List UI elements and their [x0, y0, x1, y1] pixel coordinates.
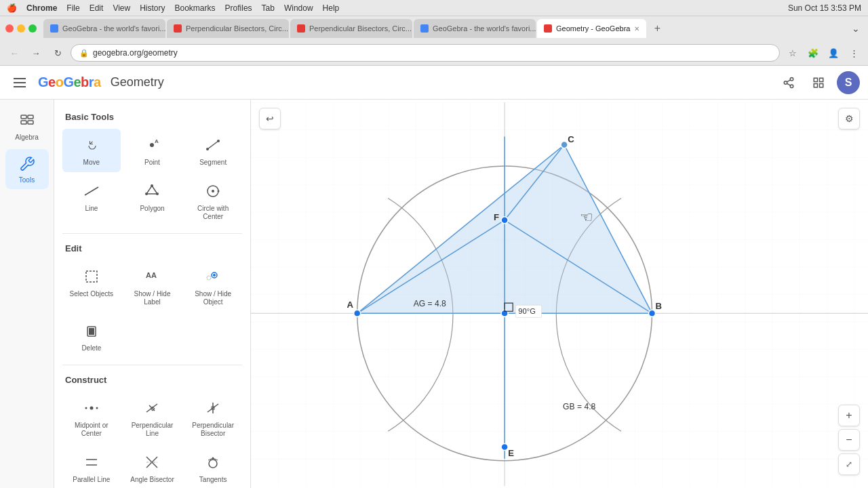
canvas-area[interactable]: ↩ ⚙ + − ⤢ [251, 100, 868, 488]
chrome-menu[interactable]: Chrome [26, 3, 57, 13]
file-menu[interactable]: File [66, 3, 79, 13]
svg-point-35 [90, 407, 93, 410]
show-hide-label-icon: AA [141, 266, 163, 287]
profiles-menu[interactable]: Profiles [225, 3, 252, 13]
svg-text:C: C [568, 134, 574, 144]
svg-text:AG = 4.8: AG = 4.8 [414, 299, 446, 308]
back-button[interactable]: ← [5, 44, 23, 62]
construct-tools-grid: Midpoint orCenter PerpendicularLine [54, 389, 250, 488]
tab-list-btn[interactable]: ⌄ [849, 22, 863, 35]
svg-text:A: A [347, 300, 354, 310]
zoom-in-button[interactable]: + [838, 405, 860, 426]
tab-5-close[interactable]: ✕ [634, 25, 639, 33]
svg-point-73 [648, 310, 655, 317]
tab-menu[interactable]: Tab [262, 3, 275, 13]
tab-3-favicon [297, 24, 305, 33]
tab-4[interactable]: GeoGebra - the world's favori... ✕ [414, 19, 536, 38]
apps-button[interactable] [807, 71, 830, 94]
help-menu[interactable]: Help [323, 3, 340, 13]
tool-delete[interactable]: Delete [62, 314, 121, 358]
tab-5[interactable]: Geometry - GeoGebra ✕ [537, 19, 646, 38]
sidebar-item-tools[interactable]: Tools [5, 149, 49, 189]
tool-angle-bisector[interactable]: Angle Bisector [123, 446, 182, 488]
tool-polygon[interactable]: Polygon [123, 175, 182, 226]
user-avatar[interactable]: S [837, 71, 860, 94]
polygon-label: Polygon [140, 205, 164, 213]
svg-point-47 [209, 460, 217, 468]
left-panel: Algebra Tools [0, 100, 54, 488]
svg-line-4 [787, 79, 790, 81]
minimize-window-btn[interactable] [17, 24, 25, 33]
tool-tangents[interactable]: Tangents [184, 446, 242, 488]
profile-btn[interactable]: 👤 [825, 44, 842, 62]
segment-icon [202, 134, 224, 156]
extension-btn[interactable]: 🧩 [804, 44, 822, 62]
svg-text:☜: ☜ [580, 209, 593, 226]
view-menu[interactable]: View [113, 3, 130, 13]
zoom-out-button[interactable]: − [838, 429, 860, 451]
tool-point[interactable]: A Point [123, 129, 182, 172]
svg-point-30 [207, 276, 211, 280]
forward-button[interactable]: → [27, 44, 45, 62]
svg-point-0 [790, 77, 793, 81]
app-header: GeoGebra Geometry S [0, 66, 868, 100]
tab-1[interactable]: GeoGebra - the world's favori... ✕ [43, 19, 165, 38]
svg-text:E: E [508, 448, 514, 458]
tool-midpoint[interactable]: Midpoint orCenter [62, 392, 121, 443]
bookmarks-menu[interactable]: Bookmarks [175, 3, 216, 13]
svg-point-17 [217, 140, 220, 142]
svg-point-71 [354, 310, 361, 317]
tool-perp-bisector[interactable]: PerpendicularBisector [184, 392, 242, 443]
cursor-graphic: ☜ [580, 209, 593, 226]
delete-label: Delete [81, 344, 101, 352]
tool-line[interactable]: Line [62, 175, 121, 226]
history-menu[interactable]: History [140, 3, 165, 13]
maximize-window-btn[interactable] [28, 24, 37, 33]
show-hide-label-label: Show / HideLabel [134, 290, 171, 306]
circle-center-label: Circle withCenter [197, 205, 229, 221]
fit-screen-button[interactable]: ⤢ [838, 453, 860, 475]
tool-select-objects[interactable]: Select Objects [62, 260, 121, 312]
window-controls [5, 24, 37, 33]
tab-4-label: GeoGebra - the world's favori... [433, 24, 536, 33]
tool-perp-line[interactable]: PerpendicularLine [123, 392, 182, 443]
settings-button[interactable]: ⚙ [838, 108, 860, 129]
svg-rect-11 [28, 115, 33, 119]
construct-title: Construct [54, 369, 250, 389]
tool-circle-center[interactable]: Circle withCenter [184, 175, 242, 226]
mac-bar-right: Sun Oct 15 3:53 PM [788, 3, 861, 13]
edit-menu[interactable]: Edit [90, 3, 104, 13]
close-window-btn[interactable] [5, 24, 14, 33]
svg-rect-5 [814, 78, 817, 81]
hamburger-button[interactable] [8, 71, 31, 94]
share-button[interactable] [777, 71, 800, 94]
select-objects-icon [81, 266, 102, 287]
reload-button[interactable]: ↻ [49, 44, 66, 62]
address-bar[interactable]: 🔒 geogebra.org/geometry [71, 44, 780, 62]
bookmark-btn[interactable]: ☆ [784, 44, 802, 62]
svg-text:F: F [494, 212, 499, 222]
tab-2[interactable]: Perpendicular Bisectors, Circ... ✕ [167, 19, 289, 38]
new-tab-button[interactable]: + [648, 19, 667, 38]
svg-rect-6 [820, 78, 823, 81]
svg-rect-26 [86, 271, 97, 282]
tab-4-favicon [420, 24, 429, 33]
tab-3[interactable]: Perpendicular Bisectors, Circ... ✕ [290, 19, 412, 38]
canvas-toolbar: ↩ [259, 108, 281, 129]
svg-point-24 [212, 190, 214, 192]
divider-2 [62, 365, 242, 365]
sidebar-item-algebra[interactable]: Algebra [5, 106, 49, 146]
tool-show-hide-object[interactable]: Show / HideObject [184, 260, 242, 312]
tool-parallel-line[interactable]: Parallel Line [62, 446, 121, 488]
tool-show-hide-label[interactable]: AA Show / HideLabel [123, 260, 182, 312]
window-menu[interactable]: Window [284, 3, 313, 13]
more-btn[interactable]: ⋮ [845, 44, 863, 62]
undo-button[interactable]: ↩ [259, 108, 281, 129]
svg-point-21 [156, 192, 159, 195]
tool-segment[interactable]: Segment [184, 129, 242, 172]
svg-point-34 [96, 407, 98, 409]
tab-1-favicon [50, 24, 58, 33]
tool-move[interactable]: Move [62, 129, 121, 172]
geometry-svg: A B C F E AG = 4.8 [251, 100, 868, 488]
edit-title: Edit [54, 238, 250, 258]
